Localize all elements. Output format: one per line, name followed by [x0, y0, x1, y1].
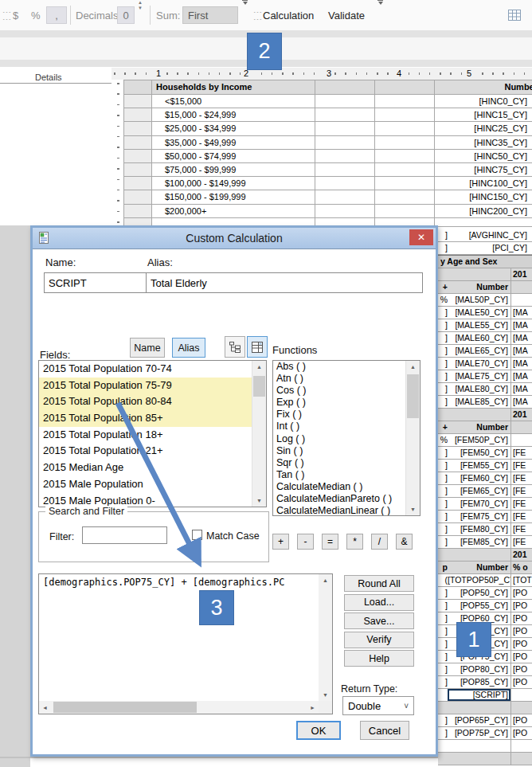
- table-row[interactable]: % [FEM50P_CY]: [438, 434, 532, 447]
- scroll-down-icon[interactable]: [319, 689, 332, 701]
- function-list-item[interactable]: CalculateMedian ( ): [273, 481, 406, 493]
- dialog-button[interactable]: Load...: [344, 594, 414, 611]
- match-case-checkbox[interactable]: [192, 530, 202, 540]
- decimals-input[interactable]: 0: [117, 6, 135, 24]
- table-row[interactable]: ] [POP85_CY] [PO: [438, 676, 532, 689]
- expression-text[interactable]: [demographics.POP75_CY] + [demographics.…: [43, 577, 317, 699]
- table-row[interactable]: $15,000 - $24,999 [HINC15_CY]: [124, 108, 532, 122]
- table-row[interactable]: <$15,000 [HINC0_CY]: [124, 95, 532, 108]
- table-row[interactable]: $25,000 - $34,999 [HINC25_CY]: [124, 122, 532, 135]
- table-row[interactable]: ] [FEM60_CY] [FE: [438, 472, 532, 485]
- dialog-button[interactable]: Verify: [344, 632, 414, 648]
- table-row[interactable]: $100,000 - $149,999 [HINC100_CY]: [124, 177, 532, 190]
- grid-view-icon[interactable]: [508, 9, 521, 22]
- table-row[interactable]: ] [MALE70_CY] [MA: [438, 358, 532, 370]
- table-row[interactable]: [438, 702, 532, 714]
- table-row[interactable]: ] [POP65P_CY] [PO: [438, 714, 532, 727]
- table-row[interactable]: ] [MALE60_CY] [MA: [438, 332, 532, 345]
- field-list-item[interactable]: 2015 Total Population 85+: [39, 410, 252, 427]
- scrollbar-thumb[interactable]: [53, 702, 197, 713]
- calculation-menu-button[interactable]: Calculation: [263, 0, 314, 30]
- scroll-down-icon[interactable]: [406, 503, 420, 515]
- expression-editor[interactable]: [demographics.POP75_CY] + [demographics.…: [38, 573, 333, 714]
- scrollbar-thumb[interactable]: [253, 376, 265, 397]
- table-row[interactable]: ] [MALE85_CY] [MA: [438, 396, 532, 409]
- operator-button[interactable]: +: [272, 534, 289, 550]
- table-row[interactable]: + Number: [438, 281, 532, 294]
- field-list-item[interactable]: 2015 Total Population 80-84: [39, 393, 252, 410]
- table-row[interactable]: ] [PCI_CY]: [438, 242, 532, 255]
- toolbar-overflow-icon[interactable]: [377, 0, 383, 30]
- dialog-button[interactable]: Save...: [344, 612, 414, 629]
- function-list-item[interactable]: Sin ( ): [273, 445, 406, 457]
- function-list-item[interactable]: CalculateMedianPareto ( ): [273, 493, 406, 505]
- dialog-button[interactable]: Round All: [344, 575, 414, 592]
- function-list-item[interactable]: Cos ( ): [273, 385, 406, 397]
- dialog-button[interactable]: Help: [344, 650, 414, 667]
- field-list-item[interactable]: 2015 Total Population 75-79: [39, 378, 252, 394]
- function-list-item[interactable]: Atn ( ): [273, 373, 406, 385]
- function-list-item[interactable]: Log ( ): [273, 433, 406, 445]
- alias-field[interactable]: [146, 272, 423, 293]
- name-toggle-button[interactable]: Name: [130, 338, 165, 358]
- table-row[interactable]: ] [MALE80_CY] [MA: [438, 383, 532, 396]
- scrollbar-thumb[interactable]: [407, 374, 419, 418]
- table-row[interactable]: $50,000 - $74,999 [HINC50_CY]: [124, 150, 532, 163]
- sum-dropdown[interactable]: First: [182, 6, 238, 25]
- tree-view-button[interactable]: [225, 336, 245, 358]
- field-list-item[interactable]: 2015 Median Age: [39, 460, 252, 476]
- table-row[interactable]: [438, 740, 532, 753]
- table-row[interactable]: $35,000 - $49,999 [HINC35_CY]: [124, 136, 532, 150]
- fields-scrollbar[interactable]: [252, 361, 266, 507]
- table-row[interactable]: 201: [438, 409, 532, 421]
- function-list-item[interactable]: Abs ( ): [273, 361, 406, 373]
- return-type-dropdown[interactable]: Double ˅: [342, 696, 414, 715]
- ok-button[interactable]: OK: [296, 721, 341, 740]
- table-row[interactable]: ] [FEM70_CY] [FE: [438, 498, 532, 511]
- table-row[interactable]: ] [FEM85_CY] [FE: [438, 536, 532, 549]
- table-row[interactable]: ] [POP55_CY] [PO: [438, 600, 532, 612]
- table-header-row[interactable]: Households by Income Number: [124, 80, 532, 95]
- name-field[interactable]: [44, 272, 149, 293]
- function-list-item[interactable]: Fix ( ): [273, 409, 406, 421]
- table-row[interactable]: [SCRIPT]: [438, 689, 532, 702]
- table-row[interactable]: ( [TOTPOP50P_CY] [TOT: [438, 574, 532, 587]
- operator-button[interactable]: &: [396, 534, 413, 550]
- dialog-titlebar[interactable]: Custom Calculation ✕: [33, 228, 436, 249]
- table-row[interactable]: ] [POP50_CY] [PO: [438, 587, 532, 600]
- table-row[interactable]: ] [POP80_CY] [PO: [438, 663, 532, 676]
- table-row[interactable]: ] [FEM75_CY] [FE: [438, 511, 532, 523]
- table-row[interactable]: [438, 753, 532, 765]
- operator-button[interactable]: =: [322, 534, 338, 550]
- scroll-up-icon[interactable]: [252, 361, 266, 373]
- field-list-item[interactable]: 2015 Total Population 21+: [39, 443, 252, 460]
- table-row[interactable]: y Age and Sex: [438, 255, 532, 268]
- table-row[interactable]: p Number % o: [438, 562, 532, 574]
- filter-input[interactable]: [82, 526, 167, 544]
- table-row[interactable]: $150,000 - $199,999 [HINC150_CY]: [124, 190, 532, 204]
- operator-button[interactable]: /: [371, 534, 388, 550]
- table-row[interactable]: ] [POP75P_CY] [PO: [438, 727, 532, 740]
- scroll-right-icon[interactable]: [307, 701, 319, 714]
- expression-vscrollbar[interactable]: [319, 574, 332, 701]
- field-list-item[interactable]: 2015 Total Population 70-74: [39, 361, 252, 378]
- comma-format-button[interactable]: ,: [46, 6, 67, 24]
- function-list-item[interactable]: Tan ( ): [273, 469, 406, 481]
- validate-menu-button[interactable]: Validate: [328, 0, 365, 30]
- table-row[interactable]: ] [FEM50_CY] [FE: [438, 447, 532, 460]
- table-row[interactable]: ] [MALE75_CY] [MA: [438, 370, 532, 383]
- scroll-left-icon[interactable]: [39, 701, 51, 714]
- table-row[interactable]: $200,000+ [HINC200_CY]: [124, 205, 532, 218]
- alias-toggle-button[interactable]: Alias: [172, 338, 205, 358]
- table-row[interactable]: ] [MALE65_CY] [MA: [438, 345, 532, 358]
- close-icon[interactable]: ✕: [409, 229, 433, 245]
- scroll-up-icon[interactable]: [406, 361, 420, 373]
- scroll-up-icon[interactable]: [319, 574, 332, 586]
- function-list-item[interactable]: Int ( ): [273, 421, 406, 432]
- table-row[interactable]: ] [FEM65_CY] [FE: [438, 485, 532, 498]
- function-list-item[interactable]: Exp ( ): [273, 397, 406, 409]
- scroll-down-icon[interactable]: [252, 495, 266, 507]
- field-list-item[interactable]: 2015 Male Population: [39, 476, 252, 493]
- table-row[interactable]: $75,000 - $99,999 [HINC75_CY]: [124, 163, 532, 177]
- functions-scrollbar[interactable]: [405, 361, 420, 515]
